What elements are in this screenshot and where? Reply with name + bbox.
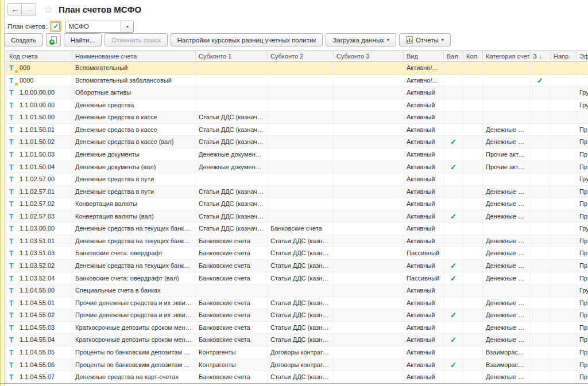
- account-code: 1.1.03.51.03: [20, 249, 55, 256]
- cancel-search-button[interactable]: Отменить поиск: [105, 33, 168, 46]
- cell-kol: [463, 161, 483, 173]
- table-row[interactable]: T0000Вспомогательный забалансовыйАктивно…: [6, 75, 588, 87]
- combo-dropdown-icon[interactable]: ▾: [121, 21, 133, 32]
- table-row[interactable]: T1.1.04.55.02Прочие денежные средства и …: [6, 309, 588, 322]
- column-header-kol[interactable]: Кол.: [463, 51, 483, 61]
- table-row[interactable]: T1.1.02.57.02Конвертация валютыСтатьи ДД…: [6, 198, 588, 210]
- table-row[interactable]: T1.1.04.55.00Специальные счета в банкахА…: [6, 284, 588, 297]
- table-row[interactable]: T1.1.04.55.03Краткосрочные депозиты срок…: [6, 322, 588, 334]
- table-row[interactable]: T1.1.02.57.03Конвертация валюты (вал)Ста…: [6, 210, 588, 223]
- table-row[interactable]: T1.1.03.51.01Денежные средства на текущи…: [6, 235, 588, 248]
- table-row[interactable]: T1.1.01.50.02Денежные средства в кассе (…: [6, 136, 588, 149]
- cell-s1: Банковские счета: [196, 260, 268, 272]
- column-header-s1[interactable]: Субконто 1: [196, 51, 268, 61]
- column-header-val[interactable]: Вал.: [444, 51, 463, 61]
- cell-kol: [463, 99, 483, 111]
- table-row[interactable]: T1.1.03.51.03Банковские счета: овердрафт…: [6, 247, 588, 260]
- cell-name: Оборотные активы: [72, 87, 196, 99]
- cell-kol: [463, 210, 483, 223]
- account-code: 1.1.02.57.03: [20, 213, 55, 220]
- table-row[interactable]: T1.1.03.52.02Денежные средства на текущи…: [6, 260, 588, 272]
- table-row[interactable]: T1.1.04.55.05Проценты по банковским депо…: [6, 346, 588, 359]
- table-row[interactable]: T000ВспомогательныйАктивно/...: [6, 62, 588, 75]
- cell-name: Денежные средства в кассе: [72, 124, 196, 136]
- cell-zab: [530, 322, 551, 334]
- table-row[interactable]: T1.1.03.52.04Банковские счета: овердрафт…: [6, 272, 588, 285]
- cell-napr: [551, 149, 577, 161]
- account-icon: T: [9, 287, 17, 294]
- cell-vid: Активный: [404, 223, 444, 235]
- create-group-button[interactable]: +: [46, 33, 61, 46]
- cell-code: T1.1.03.52.02: [6, 260, 72, 272]
- load-data-button[interactable]: Загрузка данных ▾: [326, 33, 396, 46]
- table-row[interactable]: T1.1.04.55.07Денежные средства на карт-с…: [6, 371, 588, 384]
- column-header-ef[interactable]: Эф: [577, 51, 588, 61]
- table-row[interactable]: T1.1.01.50.00Денежные средства в кассеСт…: [6, 111, 588, 124]
- table-row[interactable]: T1.1.03.00.00Денежные средства на текущи…: [6, 223, 588, 235]
- cell-code: T1.1.02.57.01: [6, 186, 72, 198]
- table-row[interactable]: T1.1.01.50.01Денежные средства в кассеСт…: [6, 124, 588, 137]
- reports-button[interactable]: Отчеты ▾: [399, 33, 451, 46]
- column-header-label: Субконто 3: [336, 53, 369, 60]
- cell-val: [444, 346, 463, 358]
- cell-napr: [551, 75, 577, 87]
- column-header-vid[interactable]: Вид: [404, 51, 444, 61]
- cell-napr: [551, 62, 577, 74]
- favorite-star-icon[interactable]: ☆: [43, 3, 53, 15]
- cell-s1: Статьи ДДС (казначей...: [196, 136, 268, 148]
- reports-caret-icon: ▾: [442, 38, 444, 42]
- cell-napr: [551, 124, 577, 136]
- account-code: 1.1.02.57.00: [20, 176, 55, 182]
- table-row[interactable]: T1.1.02.57.01Денежные средства в путиСта…: [6, 186, 588, 198]
- cell-name: Денежные средства в пути: [72, 186, 196, 198]
- cell-cat: [483, 62, 530, 74]
- table-row[interactable]: T1.0.00.00.00Оборотные активыАктивныйГру: [6, 87, 588, 99]
- cell-ef: Пр: [577, 247, 588, 259]
- cell-cat: Денежные сред...: [483, 210, 530, 223]
- cell-val: [444, 124, 463, 136]
- cell-s2: [268, 62, 334, 74]
- back-button[interactable]: ←: [7, 3, 22, 15]
- cell-s3: [334, 124, 404, 136]
- column-header-code[interactable]: Код счета: [6, 51, 72, 61]
- table-row[interactable]: T1.1.02.57.00Денежные средства в путиАкт…: [6, 173, 588, 186]
- table-row[interactable]: T1.1.04.55.04Краткосрочные депозиты срок…: [6, 334, 588, 346]
- cell-cat: Денежные сред...: [483, 371, 530, 383]
- account-code: 000: [20, 64, 30, 71]
- cell-s2: [268, 111, 334, 123]
- table-row[interactable]: T1.1.00.00.00Денежные средстваАктивныйГр…: [6, 99, 588, 112]
- forward-button[interactable]: →: [22, 3, 36, 15]
- plan-filter-checkbox[interactable]: ✓: [50, 21, 61, 32]
- cell-s3: [334, 210, 404, 223]
- column-header-label: Наименование счета: [75, 53, 137, 60]
- column-header-s3[interactable]: Субконто 3: [334, 51, 404, 61]
- cell-s1: Статьи ДДС (казначей...: [196, 198, 268, 210]
- plan-select[interactable]: МСФО ▾: [65, 21, 134, 33]
- find-button[interactable]: Найти...: [64, 33, 102, 46]
- table-row[interactable]: T1.1.04.55.06Проценты по банковским депо…: [6, 359, 588, 372]
- cell-kol: [463, 198, 483, 210]
- table-row[interactable]: T1.1.01.50.04Денежные документы (вал)Ден…: [6, 161, 588, 174]
- table-row[interactable]: T1.1.01.50.03Денежные документыДенежные …: [6, 149, 588, 161]
- column-header-cat[interactable]: Категория счета: [483, 51, 530, 61]
- column-header-name[interactable]: Наименование счета: [72, 51, 196, 61]
- cell-val: [444, 198, 463, 210]
- cell-s3: [334, 136, 404, 148]
- column-header-napr[interactable]: Напр.: [551, 51, 577, 61]
- cell-name: Денежные документы: [72, 149, 196, 161]
- account-code: 1.1.01.50.04: [20, 163, 55, 170]
- cell-kol: [463, 223, 483, 235]
- create-button[interactable]: Создать: [4, 33, 43, 46]
- cell-cat: Денежные сред...: [483, 235, 530, 247]
- fx-settings-button[interactable]: Настройки курсовых разниц учетных полити…: [171, 33, 323, 46]
- table-row[interactable]: T1.1.04.55.01Прочие денежные средства и …: [6, 297, 588, 310]
- cell-s1: Банковские счета: [196, 309, 268, 321]
- cell-val: ✓: [444, 272, 463, 284]
- cell-zab: [530, 235, 551, 247]
- cell-name: Денежные средства в кассе (вал): [72, 136, 196, 148]
- cell-s3: [334, 186, 404, 198]
- cell-kol: [463, 62, 483, 74]
- cell-s2: Статьи ДДС (казначей...: [268, 322, 334, 334]
- column-header-s2[interactable]: Субконто 2: [268, 51, 334, 61]
- column-header-zab[interactable]: З↓: [530, 51, 551, 61]
